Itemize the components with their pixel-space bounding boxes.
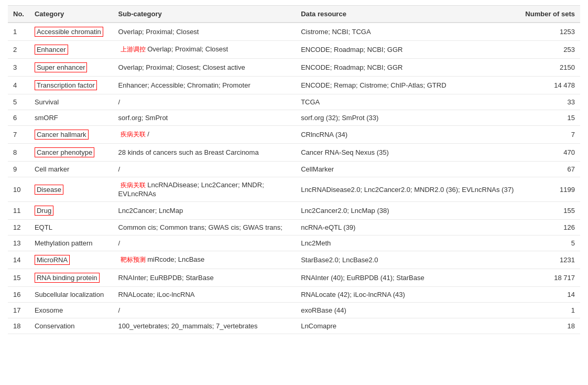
category-boxed-label: Transcription factor xyxy=(35,80,97,90)
table-container: No. Category Sub-category Data resource … xyxy=(0,0,588,339)
cell-resource: LnComapre xyxy=(296,318,520,334)
cell-subcategory: 疾病关联 LncRNADisease; Lnc2Cancer; MNDR; EV… xyxy=(113,177,296,202)
cell-resource: CellMarker xyxy=(296,162,520,177)
cell-sets: 7 xyxy=(520,126,580,144)
cell-no: 16 xyxy=(8,287,29,303)
cell-sets: 14 xyxy=(520,287,580,303)
category-boxed-label: Drug xyxy=(35,206,53,216)
table-row: 10Disease疾病关联 LncRNADisease; Lnc2Cancer;… xyxy=(8,177,580,202)
cell-resource: LncRNADisease2.0; Lnc2Cancer2.0; MNDR2.0… xyxy=(296,177,520,202)
cell-sets: 33 xyxy=(520,94,580,110)
cell-no: 5 xyxy=(8,94,29,110)
cell-subcategory: / xyxy=(113,236,296,251)
cell-category: Methylation pattern xyxy=(29,236,113,251)
cell-sets: 18 xyxy=(520,318,580,334)
cell-category: MicroRNA xyxy=(29,251,113,269)
annotation-label: 上游调控 xyxy=(121,46,146,53)
cell-no: 10 xyxy=(8,177,29,202)
cell-no: 13 xyxy=(8,236,29,251)
cell-sets: 1231 xyxy=(520,251,580,269)
table-row: 18Conservation100_vertebrates; 20_mammal… xyxy=(8,318,580,334)
cell-subcategory: Common cis; Common trans; GWAS cis; GWAS… xyxy=(113,220,296,236)
cell-sets: 1199 xyxy=(520,177,580,202)
cell-category: Exosome xyxy=(29,303,113,318)
table-row: 16Subcellular localizationRNALocate; iLo… xyxy=(8,287,580,303)
cell-sets: 5 xyxy=(520,236,580,251)
cell-resource: ENCODE; Roadmap; NCBI; GGR xyxy=(296,59,520,77)
cell-category: Subcellular localization xyxy=(29,287,113,303)
cell-category: Transcription factor xyxy=(29,77,113,94)
cell-subcategory: 28 kinds of cancers such as Breast Carci… xyxy=(113,144,296,162)
header-category: Category xyxy=(29,6,113,23)
category-boxed-label: Cancer phenotype xyxy=(35,147,94,157)
table-row: 15RNA binding proteinRNAInter; EuRBPDB; … xyxy=(8,269,580,287)
cell-category: Cancer phenotype xyxy=(29,144,113,162)
cell-no: 14 xyxy=(8,251,29,269)
cell-no: 7 xyxy=(8,126,29,144)
category-boxed-label: Disease xyxy=(35,185,63,195)
table-row: 8Cancer phenotype28 kinds of cancers suc… xyxy=(8,144,580,162)
cell-subcategory: Enhancer; Accessible; Chromatin; Promote… xyxy=(113,77,296,94)
category-boxed-label: Accessible chromatin xyxy=(35,27,103,37)
cell-resource: StarBase2.0; LncBase2.0 xyxy=(296,251,520,269)
cell-category: Disease xyxy=(29,177,113,202)
cell-no: 8 xyxy=(8,144,29,162)
category-boxed-label: Cancer hallmark xyxy=(35,130,89,140)
cell-category: smORF xyxy=(29,110,113,126)
cell-no: 2 xyxy=(8,41,29,59)
category-boxed-label: Enhancer xyxy=(35,45,68,55)
cell-subcategory: 上游调控 Overlap; Proximal; Closest xyxy=(113,41,296,59)
table-row: 14MicroRNA靶标预测 miRcode; LncBaseStarBase2… xyxy=(8,251,580,269)
cell-sets: 1 xyxy=(520,303,580,318)
header-resource: Data resource xyxy=(296,6,520,23)
cell-category: Cell marker xyxy=(29,162,113,177)
table-row: 9Cell marker/CellMarker67 xyxy=(8,162,580,177)
category-boxed-label: MicroRNA xyxy=(35,255,70,265)
cell-no: 4 xyxy=(8,77,29,94)
cell-subcategory: Overlap; Proximal; Closest; Closest acti… xyxy=(113,59,296,77)
annotation-label: 靶标预测 xyxy=(121,256,146,263)
cell-category: Survival xyxy=(29,94,113,110)
cell-resource: Cancer RNA-Seq Nexus (35) xyxy=(296,144,520,162)
cell-resource: RNAInter (40); EuRBPDB (41); StarBase xyxy=(296,269,520,287)
table-row: 11DrugLnc2Cancer; LncMapLnc2Cancer2.0; L… xyxy=(8,202,580,220)
header-subcategory: Sub-category xyxy=(113,6,296,23)
cell-no: 9 xyxy=(8,162,29,177)
category-boxed-label: RNA binding protein xyxy=(35,273,100,283)
cell-resource: Cistrome; NCBI; TCGA xyxy=(296,23,520,41)
cell-subcategory: RNAInter; EuRBPDB; StarBase xyxy=(113,269,296,287)
cell-resource: exoRBase (44) xyxy=(296,303,520,318)
annotation-label: 疾病关联 xyxy=(121,131,146,138)
cell-subcategory: Overlap; Proximal; Closest xyxy=(113,23,296,41)
cell-subcategory: Lnc2Cancer; LncMap xyxy=(113,202,296,220)
cell-sets: 18 717 xyxy=(520,269,580,287)
table-row: 3Super enhancerOverlap; Proximal; Closes… xyxy=(8,59,580,77)
data-table: No. Category Sub-category Data resource … xyxy=(8,5,580,334)
cell-no: 15 xyxy=(8,269,29,287)
cell-subcategory: sorf.org; SmProt xyxy=(113,110,296,126)
cell-sets: 15 xyxy=(520,110,580,126)
cell-category: EQTL xyxy=(29,220,113,236)
annotation-label: 疾病关联 xyxy=(121,181,146,189)
cell-category: Enhancer xyxy=(29,41,113,59)
cell-resource: ENCODE; Remap; Cistrome; ChIP-Atlas; GTR… xyxy=(296,77,520,94)
cell-subcategory: RNALocate; iLoc-lncRNA xyxy=(113,287,296,303)
cell-subcategory: / xyxy=(113,94,296,110)
table-row: 1Accessible chromatinOverlap; Proximal; … xyxy=(8,23,580,41)
cell-sets: 67 xyxy=(520,162,580,177)
cell-no: 12 xyxy=(8,220,29,236)
cell-sets: 470 xyxy=(520,144,580,162)
cell-subcategory: 疾病关联 / xyxy=(113,126,296,144)
cell-category: Cancer hallmark xyxy=(29,126,113,144)
cell-resource: RNALocate (42); iLoc-lncRNA (43) xyxy=(296,287,520,303)
cell-resource: ENCODE; Roadmap; NCBI; GGR xyxy=(296,41,520,59)
cell-no: 6 xyxy=(8,110,29,126)
category-boxed-label: Super enhancer xyxy=(35,62,88,72)
cell-subcategory: / xyxy=(113,303,296,318)
cell-category: Super enhancer xyxy=(29,59,113,77)
table-row: 2Enhancer上游调控 Overlap; Proximal; Closest… xyxy=(8,41,580,59)
table-row: 6smORFsorf.org; SmProtsorf.org (32); SmP… xyxy=(8,110,580,126)
cell-resource: ncRNA-eQTL (39) xyxy=(296,220,520,236)
table-row: 13Methylation pattern/Lnc2Meth5 xyxy=(8,236,580,251)
cell-subcategory: / xyxy=(113,162,296,177)
